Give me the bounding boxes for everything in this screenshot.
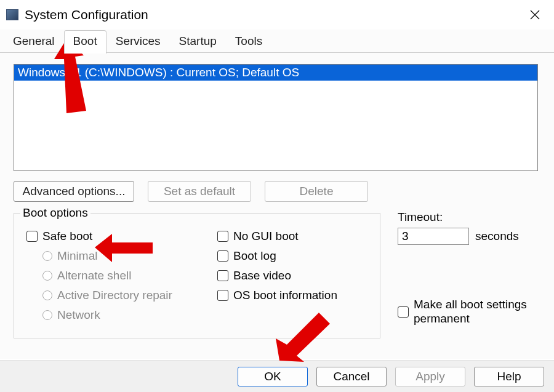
- cancel-button[interactable]: Cancel: [316, 367, 387, 386]
- boot-entry-selected[interactable]: Windows 11 (C:\WINDOWS) : Current OS; De…: [14, 65, 537, 81]
- boot-entries-list[interactable]: Windows 11 (C:\WINDOWS) : Current OS; De…: [14, 64, 538, 171]
- radio-icon: [42, 251, 52, 261]
- radio-label: Minimal: [57, 249, 97, 263]
- timeout-input[interactable]: 3: [398, 228, 469, 245]
- boot-panel: Windows 11 (C:\WINDOWS) : Current OS; De…: [0, 53, 554, 359]
- checkbox-icon: [26, 231, 38, 242]
- radio-label: Network: [57, 308, 100, 322]
- boot-options-legend: Boot options: [20, 206, 90, 220]
- no-gui-boot-checkbox[interactable]: No GUI boot: [217, 230, 359, 243]
- radio-label: Alternate shell: [57, 269, 131, 282]
- lower-area: Boot options Safe boot Minimal: [14, 213, 540, 338]
- checkbox-icon: [398, 306, 409, 318]
- checkbox-icon: [217, 250, 228, 262]
- checkbox-icon: [217, 231, 228, 242]
- tab-startup[interactable]: Startup: [170, 30, 226, 53]
- radio-icon: [42, 310, 52, 320]
- close-icon: [530, 10, 540, 20]
- os-boot-info-checkbox[interactable]: OS boot information: [217, 289, 359, 302]
- ok-button[interactable]: OK: [238, 367, 308, 386]
- boot-options-group: Boot options Safe boot Minimal: [14, 213, 380, 338]
- apply-button: Apply: [395, 367, 465, 386]
- close-button[interactable]: [521, 1, 549, 29]
- checkbox-icon: [217, 290, 228, 301]
- radio-icon: [42, 290, 52, 300]
- radio-label: Active Directory repair: [57, 289, 172, 302]
- list-action-buttons: Advanced options... Set as default Delet…: [14, 181, 540, 202]
- base-video-checkbox[interactable]: Base video: [217, 269, 359, 282]
- window-title: System Configuration: [25, 7, 148, 22]
- timeout-column: Timeout: 3 seconds Make all boot setting…: [398, 213, 537, 338]
- delete-button: Delete: [265, 181, 368, 202]
- check-label: Boot log: [233, 249, 276, 263]
- make-permanent-label: Make all boot settings permanent: [414, 298, 537, 326]
- system-configuration-window: System Configuration General Boot Servic…: [0, 0, 554, 392]
- radio-icon: [42, 271, 52, 281]
- tab-tools[interactable]: Tools: [226, 30, 271, 53]
- safe-boot-altshell-radio: Alternate shell: [42, 269, 193, 282]
- safe-boot-adrepair-radio: Active Directory repair: [42, 289, 193, 302]
- safe-boot-network-radio: Network: [42, 308, 193, 322]
- tab-services[interactable]: Services: [106, 30, 170, 53]
- tabstrip: General Boot Services Startup Tools: [0, 30, 554, 53]
- set-as-default-button: Set as default: [148, 181, 251, 202]
- app-icon: [6, 9, 18, 20]
- check-label: OS boot information: [233, 289, 337, 302]
- make-permanent-checkbox[interactable]: Make all boot settings permanent: [398, 298, 537, 326]
- check-label: Base video: [233, 269, 291, 282]
- safe-boot-checkbox[interactable]: Safe boot: [26, 230, 193, 243]
- tab-boot[interactable]: Boot: [64, 30, 106, 54]
- safe-boot-minimal-radio: Minimal: [42, 249, 193, 263]
- timeout-unit: seconds: [475, 230, 519, 243]
- check-label: No GUI boot: [233, 230, 299, 243]
- tab-general[interactable]: General: [4, 30, 64, 53]
- checkbox-icon: [217, 270, 228, 281]
- advanced-options-button[interactable]: Advanced options...: [14, 181, 134, 202]
- timeout-label: Timeout:: [398, 210, 537, 224]
- dialog-button-row: OK Cancel Apply Help: [0, 360, 554, 392]
- titlebar: System Configuration: [0, 0, 554, 30]
- help-button[interactable]: Help: [474, 367, 544, 386]
- boot-log-checkbox[interactable]: Boot log: [217, 249, 359, 263]
- safe-boot-label: Safe boot: [42, 230, 92, 243]
